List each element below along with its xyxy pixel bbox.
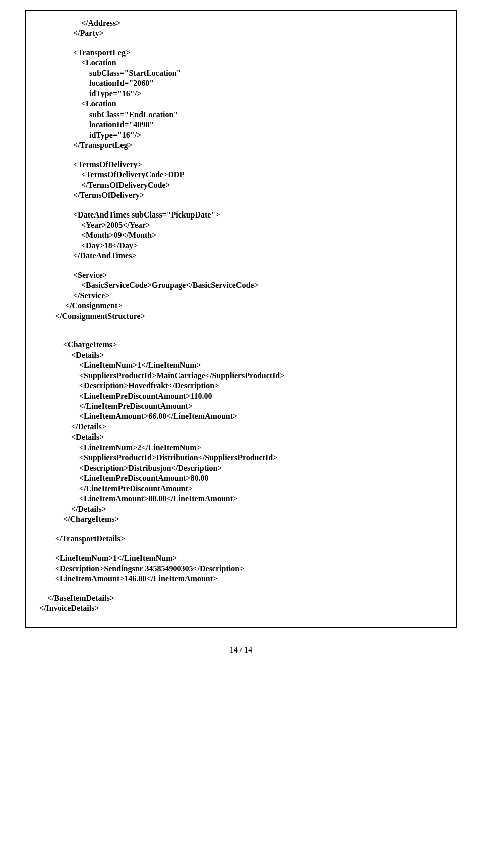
code-line: </LineItemPreDiscountAmount>	[35, 401, 447, 411]
code-line: </Details>	[35, 504, 447, 514]
code-line: <Location	[35, 58, 447, 68]
code-line: <LineItemNum>2</LineItemNum>	[35, 443, 447, 453]
code-line: <LineItemAmount>146.00</LineItemAmount>	[35, 574, 447, 584]
code-line: <TransportLeg>	[35, 48, 447, 58]
code-line: subClass="StartLocation"	[35, 68, 447, 78]
code-line: <LineItemNum>1</LineItemNum>	[35, 360, 447, 370]
code-line: </Service>	[35, 291, 447, 301]
code-line: <SuppliersProductId>Distribution</Suppli…	[35, 453, 447, 463]
code-line: </Address>	[35, 18, 447, 28]
code-line: </TransportLeg>	[35, 140, 447, 150]
code-line: <LineItemNum>1</LineItemNum>	[35, 553, 447, 563]
code-line: <LineItemPreDiscountAmount>80.00	[35, 473, 447, 483]
code-line: <LineItemAmount>80.00</LineItemAmount>	[35, 494, 447, 504]
xml-code-box: </Address> </Party> <TransportLeg> <Loca…	[25, 10, 457, 628]
code-line: <Location	[35, 99, 447, 109]
code-line: <Service>	[35, 270, 447, 280]
code-line: <Year>2005</Year>	[35, 220, 447, 230]
code-line: subClass="EndLocation"	[35, 110, 447, 120]
code-line: <ChargeItems>	[35, 340, 447, 350]
code-line: <BasicServiceCode>Groupage</BasicService…	[35, 280, 447, 290]
code-line: idType="16"/>	[35, 89, 447, 99]
code-line: </ChargeItems>	[35, 514, 447, 524]
code-line: </BaseItemDetails>	[35, 593, 447, 603]
code-line: </TermsOfDeliveryCode>	[35, 180, 447, 190]
code-line: <Details>	[35, 350, 447, 360]
code-line: idType="16"/>	[35, 130, 447, 140]
code-line: <LineItemPreDiscountAmount>110.00	[35, 391, 447, 401]
code-line: locationId="4098"	[35, 120, 447, 130]
code-line: </Consignment>	[35, 301, 447, 311]
code-line: locationId="2060"	[35, 78, 447, 88]
code-line: <Description>Distribusjon</Description>	[35, 463, 447, 473]
code-line: </InvoiceDetails>	[35, 603, 447, 613]
code-line: </TransportDetails>	[35, 534, 447, 544]
code-line: <SuppliersProductId>MainCarriage</Suppli…	[35, 371, 447, 381]
code-line: </ConsignmentStructure>	[35, 311, 447, 321]
code-line: <Description>Sendingsnr 345854900305</De…	[35, 564, 447, 574]
code-line: </LineItemPreDiscountAmount>	[35, 484, 447, 494]
code-line: <Description>Hovedfrakt</Description>	[35, 381, 447, 391]
code-line: </DateAndTimes>	[35, 251, 447, 261]
page-number: 14 / 14	[25, 645, 457, 655]
code-line: <Month>09</Month>	[35, 230, 447, 240]
code-line: </Details>	[35, 422, 447, 432]
code-line: <Day>18</Day>	[35, 241, 447, 251]
code-line: <Details>	[35, 432, 447, 442]
code-line: <TermsOfDelivery>	[35, 160, 447, 170]
code-line: </TermsOfDelivery>	[35, 190, 447, 200]
code-line: <LineItemAmount>66.00</LineItemAmount>	[35, 411, 447, 421]
code-line: <DateAndTimes subClass="PickupDate">	[35, 210, 447, 220]
code-line: </Party>	[35, 28, 447, 38]
code-line: <TermsOfDeliveryCode>DDP	[35, 170, 447, 180]
